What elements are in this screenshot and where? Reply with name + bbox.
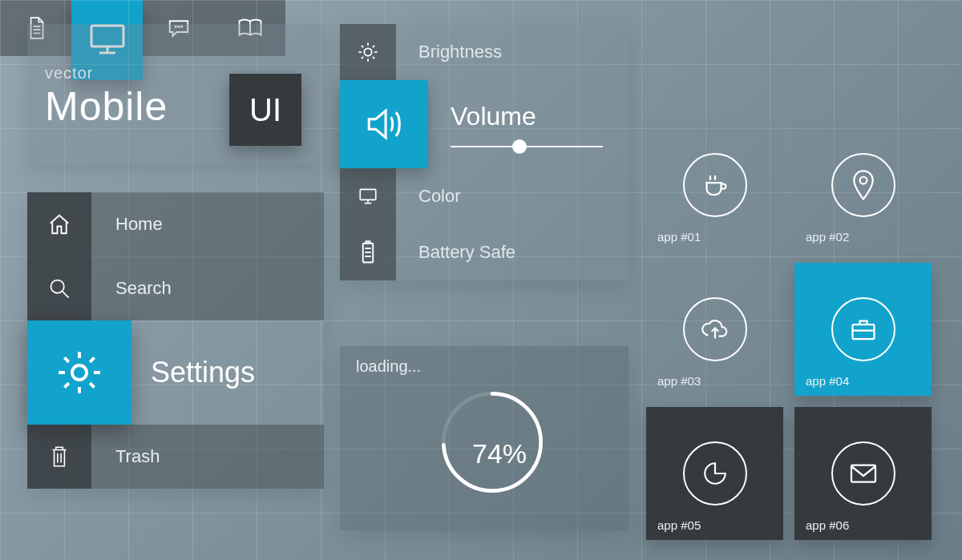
nav-label: Settings — [151, 356, 255, 389]
volume-slider[interactable] — [451, 146, 603, 147]
app-label: app #05 — [657, 518, 701, 532]
nav-item-settings[interactable]: Settings — [27, 320, 324, 425]
svg-rect-22 — [851, 465, 875, 482]
app-tile-4[interactable]: app #04 — [794, 263, 932, 396]
loading-panel: loading... 74% — [340, 346, 629, 530]
svg-rect-21 — [852, 324, 874, 339]
title: Mobile — [45, 83, 168, 130]
nav-label: Home — [115, 214, 163, 235]
setting-label: Color — [418, 186, 461, 207]
nav-label: Trash — [115, 446, 160, 467]
setting-label: Brightness — [418, 42, 502, 62]
svg-rect-4 — [360, 189, 376, 199]
app-tile-1[interactable]: app #01 — [646, 119, 783, 252]
nav-item-home[interactable]: Home — [27, 192, 324, 256]
app-label: app #06 — [806, 518, 849, 532]
setting-battery[interactable]: Battery Safe — [340, 224, 629, 280]
setting-color[interactable]: Color — [340, 168, 629, 224]
app-label: app #04 — [806, 374, 849, 388]
title-panel: vector Mobile UI — [27, 24, 324, 164]
volume-icon — [364, 104, 404, 144]
mail-icon — [849, 462, 878, 485]
settings-panel: Brightness Volume Color Battery Safe — [340, 24, 629, 280]
location-icon — [851, 170, 875, 200]
nav-item-search[interactable]: Search — [27, 256, 324, 320]
nav-list: Home Search Settings Trash — [27, 192, 324, 489]
app-tile-3[interactable]: app #03 — [646, 263, 783, 396]
app-tile-6[interactable]: app #06 — [794, 407, 932, 540]
app-label: app #02 — [806, 230, 849, 244]
trash-icon — [49, 445, 70, 469]
nav-label: Search — [115, 278, 172, 299]
gear-icon — [55, 348, 104, 397]
coffee-icon — [701, 171, 730, 199]
svg-point-2 — [72, 365, 87, 380]
search-icon — [48, 277, 71, 300]
svg-point-0 — [51, 280, 64, 293]
pie-chart-icon — [701, 460, 729, 487]
app-tile-5[interactable]: app #05 — [646, 407, 783, 540]
app-label: app #03 — [657, 374, 701, 388]
setting-label: Battery Safe — [418, 242, 515, 263]
setting-volume[interactable]: Volume — [340, 80, 629, 168]
svg-rect-8 — [366, 241, 370, 244]
app-label: app #01 — [657, 230, 701, 244]
svg-point-20 — [859, 177, 867, 184]
loading-label: loading... — [356, 357, 421, 376]
slider-knob[interactable] — [512, 139, 527, 154]
nav-item-trash[interactable]: Trash — [27, 425, 324, 489]
briefcase-icon — [849, 316, 878, 342]
home-icon — [47, 212, 71, 236]
setting-label: Volume — [451, 102, 603, 131]
apps-grid: app #01 app #02 app #03 app #04 app #05 … — [646, 119, 932, 540]
app-tile-2[interactable]: app #02 — [794, 119, 932, 252]
battery-icon — [360, 240, 376, 264]
svg-line-1 — [63, 292, 69, 298]
setting-brightness[interactable]: Brightness — [340, 24, 629, 80]
monitor-icon — [358, 186, 378, 207]
subtitle: vector — [45, 64, 93, 83]
ui-badge: UI — [229, 74, 301, 146]
progress-text: 74% — [472, 438, 527, 469]
cloud-upload-icon — [699, 316, 731, 342]
brightness-icon — [357, 41, 379, 63]
svg-point-3 — [364, 48, 371, 55]
